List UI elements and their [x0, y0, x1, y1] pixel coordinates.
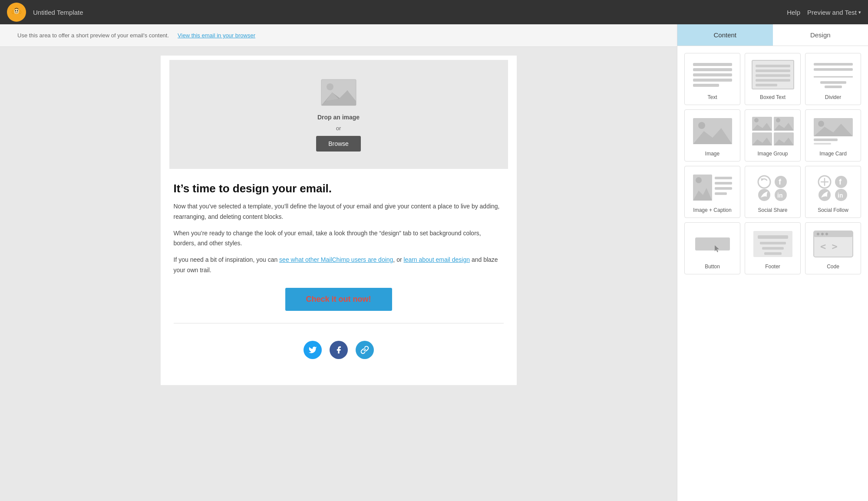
block-boxed-text[interactable]: Boxed Text: [745, 53, 801, 105]
svg-rect-73: [764, 252, 782, 255]
email-heading: It’s time to design your email.: [174, 182, 504, 195]
email-para-2: When you’re ready to change the look of …: [174, 228, 504, 249]
boxed-text-block-label: Boxed Text: [760, 94, 785, 100]
help-button[interactable]: Help: [787, 9, 800, 16]
image-block-icon: [691, 116, 734, 146]
button-block-label: Button: [705, 264, 720, 270]
svg-rect-27: [825, 86, 842, 88]
right-panel: Content Design Text: [677, 24, 868, 501]
social-share-block-label: Social Share: [758, 207, 787, 213]
svg-rect-24: [814, 68, 853, 71]
block-social-follow[interactable]: f in Social Follow: [805, 166, 861, 218]
block-footer[interactable]: Footer: [745, 222, 801, 274]
image-card-block-label: Image Card: [819, 151, 847, 157]
block-code[interactable]: < > Code: [805, 222, 861, 274]
svg-rect-72: [762, 247, 784, 250]
svg-rect-50: [715, 182, 732, 185]
block-social-share[interactable]: f in Social Share: [745, 166, 801, 218]
view-in-browser-link[interactable]: View this email in your browser: [178, 32, 255, 39]
svg-rect-22: [756, 84, 777, 86]
svg-rect-12: [693, 63, 732, 66]
svg-rect-14: [693, 73, 732, 76]
svg-point-30: [698, 122, 705, 129]
svg-point-5: [12, 10, 14, 14]
email-body: It’s time to design your email. Now that…: [161, 173, 517, 385]
image-group-block-label: Image Group: [757, 151, 788, 157]
twitter-icon[interactable]: [304, 341, 322, 359]
panel-tabs: Content Design: [677, 24, 868, 46]
svg-point-9: [327, 83, 333, 90]
svg-point-3: [15, 10, 16, 11]
tab-content[interactable]: Content: [677, 24, 773, 46]
svg-rect-13: [693, 68, 732, 71]
svg-point-78: [825, 233, 828, 235]
block-image-caption[interactable]: Image + Caption: [684, 166, 740, 218]
svg-rect-70: [758, 235, 788, 239]
svg-point-33: [754, 118, 759, 122]
social-share-block-icon: f in: [751, 172, 795, 203]
block-divider[interactable]: Divider: [805, 53, 861, 105]
image-block-label: Image: [705, 151, 719, 157]
image-group-block-icon: [751, 116, 795, 146]
svg-point-4: [17, 10, 18, 11]
svg-rect-71: [760, 242, 786, 244]
drop-or-text: or: [336, 125, 341, 132]
button-block-icon: [691, 229, 734, 259]
image-caption-block-label: Image + Caption: [693, 207, 731, 213]
block-image[interactable]: Image: [684, 109, 740, 162]
svg-rect-67: [695, 237, 730, 250]
email-para-3: If you need a bit of inspiration, you ca…: [174, 255, 504, 276]
template-title: Untitled Template: [33, 9, 780, 16]
facebook-icon[interactable]: [330, 341, 348, 359]
svg-point-76: [817, 233, 819, 235]
top-navigation: Untitled Template Help Preview and Test …: [0, 0, 868, 24]
content-blocks-grid: Text Boxed Text: [677, 46, 868, 281]
email-design-link[interactable]: learn about email design: [403, 256, 470, 263]
svg-point-48: [696, 177, 702, 183]
social-follow-block-label: Social Follow: [818, 207, 848, 213]
preheader-text: Use this area to offer a short preview o…: [17, 32, 169, 39]
main-layout: Use this area to offer a short preview o…: [0, 24, 868, 501]
svg-point-36: [776, 118, 780, 122]
text-block-label: Text: [707, 94, 717, 100]
svg-text:< >: < >: [820, 241, 838, 252]
block-image-card[interactable]: Image Card: [805, 109, 861, 162]
logo: [7, 3, 26, 22]
email-divider: [174, 323, 504, 323]
svg-rect-18: [756, 65, 790, 67]
image-card-block-icon: [812, 116, 855, 146]
tab-design[interactable]: Design: [773, 24, 868, 46]
email-preview-area: Use this area to offer a short preview o…: [0, 24, 677, 501]
browse-button[interactable]: Browse: [316, 136, 361, 152]
svg-rect-44: [814, 138, 838, 141]
svg-text:f: f: [839, 178, 842, 186]
svg-rect-26: [820, 81, 846, 84]
svg-rect-75: [814, 231, 853, 237]
svg-point-53: [758, 176, 770, 188]
svg-rect-16: [693, 84, 719, 87]
divider-block-icon: [812, 59, 855, 90]
code-block-icon: < >: [812, 229, 855, 259]
cta-button[interactable]: Check it out now!: [285, 288, 392, 311]
image-dropzone[interactable]: Drop an image or Browse: [169, 60, 508, 169]
drop-image-text: Drop an image: [317, 114, 360, 121]
social-icons-row: [174, 332, 504, 368]
block-text[interactable]: Text: [684, 53, 740, 105]
email-canvas: Drop an image or Browse It’s time to des…: [161, 56, 517, 385]
svg-rect-23: [814, 63, 853, 66]
link-icon[interactable]: [356, 341, 374, 359]
svg-text:in: in: [777, 192, 782, 199]
svg-rect-45: [814, 143, 831, 145]
image-placeholder-icon: [319, 77, 358, 109]
block-button[interactable]: Button: [684, 222, 740, 274]
svg-rect-15: [693, 79, 732, 82]
preview-and-test-button[interactable]: Preview and Test ▾: [807, 9, 861, 16]
email-para-1: Now that you’ve selected a template, you…: [174, 201, 504, 222]
svg-point-77: [821, 233, 824, 235]
block-image-group[interactable]: Image Group: [745, 109, 801, 162]
mailchimp-users-link[interactable]: see what other MailChimp users are doing: [279, 256, 393, 263]
chevron-down-icon: ▾: [858, 10, 861, 15]
footer-block-icon: [751, 229, 795, 259]
svg-rect-21: [756, 79, 790, 82]
svg-text:f: f: [779, 178, 782, 186]
